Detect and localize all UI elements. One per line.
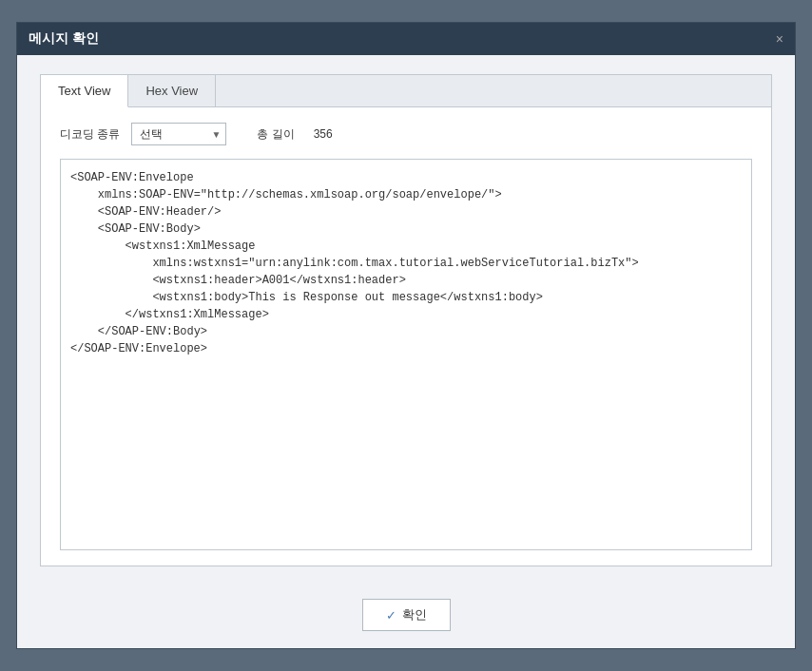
dialog-title: 메시지 확인 — [29, 30, 99, 48]
tab-header: Text View Hex View — [41, 75, 771, 107]
dialog-body: Text View Hex View 디코딩 종류 선택 ▼ 총 길이 356 — [17, 55, 795, 585]
confirm-label: 확인 — [402, 606, 427, 623]
tab-hex-view[interactable]: Hex View — [128, 75, 216, 106]
close-button[interactable]: × — [776, 32, 783, 46]
check-icon: ✓ — [386, 608, 396, 623]
dialog-titlebar: 메시지 확인 × — [17, 23, 795, 55]
confirm-button[interactable]: ✓ 확인 — [362, 599, 451, 631]
toolbar-row: 디코딩 종류 선택 ▼ 총 길이 356 — [60, 123, 752, 145]
message-dialog: 메시지 확인 × Text View Hex View 디코딩 종류 선택 — [16, 22, 796, 649]
decode-label: 디코딩 종류 — [60, 126, 120, 143]
tab-panel: Text View Hex View 디코딩 종류 선택 ▼ 총 길이 356 — [40, 74, 772, 566]
tab-content: 디코딩 종류 선택 ▼ 총 길이 356 — [41, 107, 771, 566]
total-label: 총 길이 — [257, 126, 294, 143]
decode-select[interactable]: 선택 — [131, 123, 226, 145]
tab-text-view[interactable]: Text View — [41, 75, 128, 107]
decode-select-wrapper: 선택 ▼ — [131, 123, 226, 145]
xml-content-textarea[interactable] — [60, 159, 752, 550]
total-value: 356 — [314, 127, 333, 141]
dialog-footer: ✓ 확인 — [17, 585, 795, 648]
